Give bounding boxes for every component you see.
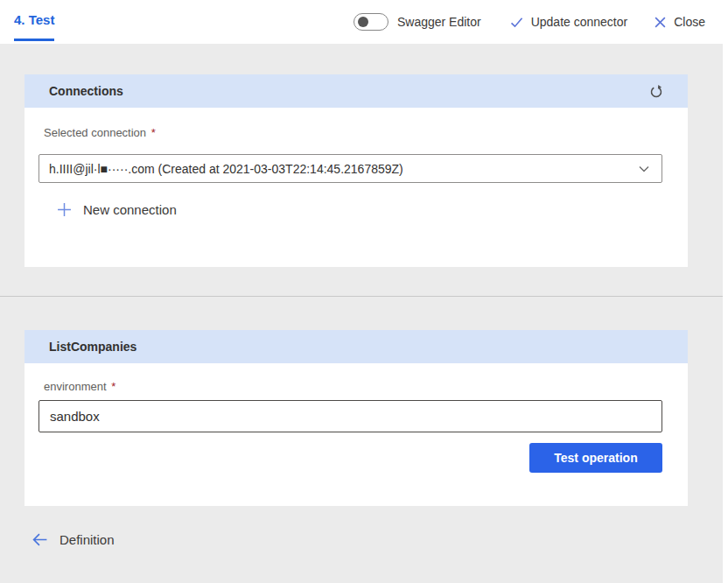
connections-panel-title: Connections xyxy=(49,84,123,98)
tab-test-label: 4. Test xyxy=(14,12,54,27)
required-marker: * xyxy=(111,380,116,393)
connections-panel: Connections Selected connection * h.IIII… xyxy=(24,74,688,267)
update-connector-button[interactable]: Update connector xyxy=(509,15,628,30)
definition-back-link[interactable]: Definition xyxy=(32,532,115,547)
environment-input[interactable] xyxy=(38,400,662,432)
operation-panel-title: ListCompanies xyxy=(49,340,136,354)
selected-connection-label-text: Selected connection xyxy=(44,126,146,139)
toggle-knob-icon xyxy=(358,17,368,27)
new-connection-label: New connection xyxy=(83,202,177,217)
operation-panel-header: ListCompanies xyxy=(24,330,688,363)
selected-connection-dropdown[interactable]: h.IIII@jil·l■·····.com (Created at 2021-… xyxy=(38,154,662,183)
close-icon xyxy=(654,16,667,29)
arrow-left-icon xyxy=(32,532,48,547)
environment-label: environment * xyxy=(44,380,116,393)
selected-connection-value: h.IIII@jil·l■·····.com (Created at 2021-… xyxy=(49,162,403,176)
test-operation-button[interactable]: Test operation xyxy=(529,443,662,473)
swagger-editor-toggle[interactable] xyxy=(354,13,388,31)
topbar-actions: Swagger Editor Update connector Close xyxy=(354,0,705,44)
page-right-gutter xyxy=(723,44,728,583)
custom-connector-test-page: 4. Test Swagger Editor Update connector xyxy=(0,0,728,583)
environment-label-text: environment xyxy=(44,380,107,393)
update-connector-label: Update connector xyxy=(531,15,628,29)
check-icon xyxy=(509,15,524,30)
refresh-icon xyxy=(649,84,663,99)
section-divider xyxy=(0,296,728,297)
connections-panel-header: Connections xyxy=(24,74,688,108)
definition-back-label: Definition xyxy=(60,532,115,547)
selected-connection-label: Selected connection * xyxy=(44,126,156,139)
chevron-down-icon xyxy=(638,163,650,175)
required-marker: * xyxy=(151,126,156,139)
close-button[interactable]: Close xyxy=(654,15,705,29)
close-label: Close xyxy=(674,15,705,29)
topbar: 4. Test Swagger Editor Update connector xyxy=(0,0,728,44)
tab-test[interactable]: 4. Test xyxy=(14,0,54,41)
operation-panel: ListCompanies environment * Test operati… xyxy=(24,330,688,506)
refresh-connections-button[interactable] xyxy=(649,74,663,108)
plus-icon xyxy=(57,202,72,217)
swagger-editor-label: Swagger Editor xyxy=(397,15,481,29)
new-connection-button[interactable]: New connection xyxy=(57,202,177,217)
